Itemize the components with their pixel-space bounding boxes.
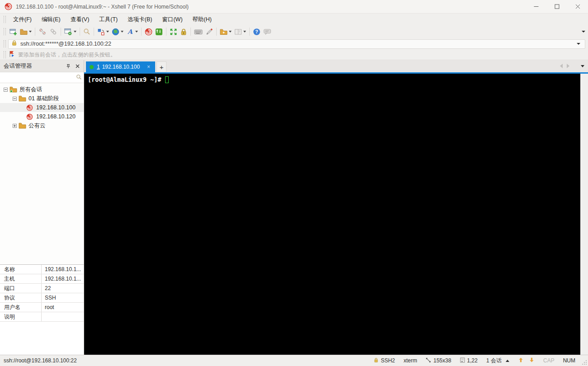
compose-pane-button[interactable] — [96, 26, 110, 37]
tree-item-session-100[interactable]: 192.168.10.100 — [0, 103, 84, 112]
prop-label: 协议 — [0, 293, 42, 302]
info-bar: 要添加当前会话，点击左侧的箭头按钮。 — [0, 50, 588, 60]
tab-list-dropdown-icon[interactable] — [581, 65, 584, 67]
highlight-pen-button[interactable] — [204, 26, 214, 37]
pin-icon[interactable] — [64, 61, 73, 70]
tab-bar: 1 192.168.10.100 × + — [84, 60, 588, 74]
session-properties-button[interactable] — [63, 26, 78, 37]
new-folder-dropdown-icon[interactable] — [229, 31, 232, 33]
terminal-cursor — [165, 76, 169, 83]
toolbar-grip[interactable] — [4, 28, 6, 35]
compose-pane-dropdown-icon[interactable] — [106, 31, 109, 33]
find-button[interactable] — [82, 26, 92, 37]
prop-value — [42, 312, 84, 321]
status-terminal-type[interactable]: xterm — [403, 357, 417, 364]
prop-value: 192.168.10.1... — [42, 265, 84, 274]
toolbar-separator — [35, 28, 35, 36]
status-scroll-arrows — [518, 357, 535, 364]
info-message: 要添加当前会话，点击左侧的箭头按钮。 — [18, 51, 116, 59]
scroll-up-icon[interactable] — [518, 357, 524, 364]
lock-screen-button[interactable] — [179, 26, 189, 37]
font-dropdown-icon[interactable] — [135, 31, 138, 33]
xshell-button[interactable] — [143, 26, 154, 37]
expand-icon[interactable] — [13, 124, 17, 128]
terminal-area[interactable]: [root@AlmaLinux9 ~]# — [84, 74, 580, 355]
xftp-button[interactable] — [154, 26, 164, 37]
tile-windows-dropdown-icon — [243, 31, 246, 33]
menu-view[interactable]: 查看(V) — [66, 14, 95, 25]
resize-grip[interactable] — [582, 360, 587, 365]
prop-row-description: 说明 — [0, 312, 84, 322]
scroll-down-icon[interactable] — [529, 357, 535, 364]
tab-close-icon[interactable]: × — [146, 64, 151, 70]
toolbar-overflow-icon[interactable] — [582, 31, 585, 33]
close-button[interactable] — [567, 0, 588, 13]
font-button[interactable]: A — [125, 26, 139, 37]
menu-bar: 文件(F) 编辑(E) 查看(V) 工具(T) 选项卡(B) 窗口(W) 帮助(… — [0, 14, 588, 25]
address-dropdown-icon[interactable] — [577, 43, 580, 45]
open-session-button[interactable] — [19, 26, 33, 37]
panel-close-icon[interactable] — [73, 61, 82, 70]
xshell-logo-icon — [5, 3, 12, 10]
xshell-window: 192.168.10.100 - root@AlmaLinux9:~ - Xsh… — [0, 0, 588, 366]
virtual-keyboard-button[interactable] — [193, 26, 204, 37]
prop-row-name: 名称 192.168.10.1... — [0, 265, 84, 274]
tree-item-all-sessions[interactable]: 所有会话 — [0, 85, 84, 94]
tab-session-100[interactable]: 1 192.168.10.100 × — [86, 61, 155, 72]
tab-scroll-left-icon — [560, 64, 563, 68]
menu-tabs[interactable]: 选项卡(B) — [123, 14, 157, 25]
encoding-globe-button[interactable] — [110, 26, 125, 37]
menu-window[interactable]: 窗口(W) — [157, 14, 187, 25]
encoding-globe-dropdown-icon[interactable] — [121, 31, 123, 33]
prop-value: SSH — [42, 293, 84, 302]
tree-item-folder-cloud[interactable]: 公有云 — [0, 121, 84, 130]
minimize-button[interactable] — [526, 0, 546, 13]
menubar-grip[interactable] — [4, 16, 6, 23]
size-label: 155x38 — [433, 357, 451, 364]
open-session-dropdown-icon[interactable] — [29, 31, 32, 33]
collapse-icon[interactable] — [4, 88, 8, 92]
prop-label: 端口 — [0, 284, 42, 293]
folder-all-sessions-icon — [9, 86, 17, 93]
addressbar-grip[interactable] — [4, 40, 6, 47]
address-url[interactable]: ssh://root:******@192.168.10.100:22 — [20, 41, 577, 47]
reconnect-button — [48, 26, 59, 37]
address-field[interactable]: ssh://root:******@192.168.10.100:22 — [8, 39, 585, 49]
tree-item-label: 192.168.10.120 — [36, 113, 76, 120]
search-icon[interactable] — [76, 74, 82, 82]
tile-windows-button — [233, 26, 247, 37]
session-manager-header: 会话管理器 — [0, 60, 84, 72]
new-session-button[interactable] — [8, 26, 19, 37]
help-button[interactable]: ? — [251, 26, 262, 37]
menu-file[interactable]: 文件(F) — [8, 14, 37, 25]
prop-label: 用户名 — [0, 303, 42, 312]
status-size: 155x38 — [426, 357, 451, 364]
maximize-button[interactable] — [546, 0, 567, 13]
menu-tools[interactable]: 工具(T) — [94, 14, 123, 25]
terminal-scrollbar[interactable] — [580, 74, 588, 355]
session-properties-dropdown-icon[interactable] — [74, 31, 76, 33]
main-area: 会话管理器 所有会话 — [0, 60, 588, 355]
menu-help[interactable]: 帮助(H) — [188, 14, 217, 25]
new-folder-button[interactable] — [218, 26, 233, 37]
tab-index: 1 — [97, 64, 100, 70]
num-lock-indicator: NUM — [563, 357, 575, 364]
tree-item-session-120[interactable]: 192.168.10.120 — [0, 112, 84, 121]
fullscreen-button[interactable] — [168, 26, 179, 37]
collapse-icon[interactable] — [13, 97, 17, 101]
menu-edit[interactable]: 编辑(E) — [37, 14, 66, 25]
prop-row-host: 主机 192.168.10.1... — [0, 274, 84, 284]
toolbar-separator — [141, 28, 142, 36]
session-search-input[interactable] — [2, 74, 76, 82]
infobar-grip[interactable] — [4, 51, 6, 58]
tree-item-label: 所有会话 — [19, 86, 42, 94]
tree-item-folder-basic[interactable]: 01 基础阶段 — [0, 94, 84, 103]
flag-icon — [9, 51, 15, 59]
prop-label: 主机 — [0, 274, 42, 283]
status-session-count[interactable]: 1 会话 — [486, 357, 509, 365]
session-list-dropdown-icon[interactable] — [506, 360, 509, 362]
prop-value: 192.168.10.1... — [42, 274, 84, 283]
toolbar-separator — [94, 28, 94, 36]
status-bar: ssh://root@192.168.10.100:22 SSH2 xterm … — [0, 355, 588, 366]
new-tab-button[interactable]: + — [156, 61, 166, 72]
